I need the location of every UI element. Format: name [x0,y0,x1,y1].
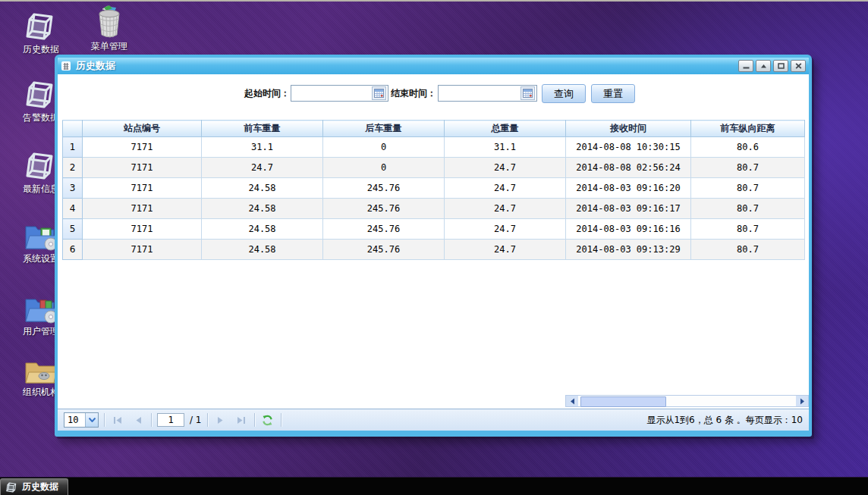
cell: 2014-08-03 09:16:20 [566,178,691,199]
query-button[interactable]: 查询 [542,84,586,103]
grid-window-icon [61,61,71,71]
maximize-icon [778,63,785,69]
pagination-bar: 10 / 1 显示从1到6，总 6 条 。每页显示： [58,409,809,431]
cube-icon [24,150,58,182]
cell: 24.7 [445,199,566,219]
cell: 2014-08-03 09:16:17 [566,199,691,219]
row-number-cell: 6 [63,240,83,260]
cell: 80.7 [691,240,805,260]
cell: 24.7 [202,158,323,178]
cube-icon [24,79,58,111]
reset-button[interactable]: 重置 [591,84,635,103]
end-time-field[interactable] [442,87,520,99]
row-number-cell: 1 [63,137,83,158]
start-time-field[interactable] [294,87,372,99]
calendar-icon[interactable] [520,86,535,100]
separator [104,413,105,427]
taskbar-button-history-data[interactable]: 历史数据 [0,478,68,495]
table-row[interactable]: 4717124.58245.7624.72014-08-03 09:16:178… [63,199,805,219]
minimize-icon [743,63,750,69]
desktop-icon-label: 用户管理 [23,325,59,338]
table-header-row: 站点编号前车重量后车重量总重量接收时间前车纵向距离 [63,121,805,137]
desktop-icon-label: 最新信息 [23,183,59,196]
cell: 31.1 [445,137,566,158]
cell: 80.7 [691,199,805,219]
cell: 80.6 [691,137,805,158]
system-settings-icon [24,221,58,252]
page-number-input[interactable] [157,413,184,427]
scrollbar-thumb[interactable] [580,396,666,407]
cell: 24.7 [445,158,566,178]
organization-folder-icon [24,359,58,385]
column-header-4[interactable]: 总重量 [445,121,566,137]
column-header-6[interactable]: 前车纵向距离 [691,121,805,137]
column-header-1[interactable]: 站点编号 [83,121,202,137]
arrow-left-icon [570,398,575,405]
data-table: 站点编号前车重量后车重量总重量接收时间前车纵向距离 1717131.1031.1… [62,120,805,260]
cell: 245.76 [323,240,445,260]
screen-top-edge [0,0,868,2]
cell: 24.7 [445,240,566,260]
table-row[interactable]: 5717124.58245.7624.72014-08-03 09:16:168… [63,219,805,240]
desktop-icon-2[interactable]: 菜单管理 [85,5,134,53]
maximize-button[interactable] [773,60,788,72]
table-row[interactable]: 1717131.1031.12014-08-08 10:30:1580.6 [63,137,805,158]
scroll-left-button[interactable] [566,396,578,406]
start-time-input[interactable] [291,85,388,102]
close-button[interactable] [791,60,806,72]
prev-page-icon [135,416,142,425]
cell: 2014-08-03 09:16:16 [566,219,691,240]
next-page-button[interactable] [213,412,228,428]
page-size-value: 10 [64,415,85,425]
scroll-right-button[interactable] [796,396,808,406]
last-page-icon [237,416,246,425]
pagination-summary: 显示从1到6，总 6 条 。每页显示：10 [646,414,803,427]
cell: 24.58 [202,199,323,219]
window-titlebar[interactable]: 历史数据 [58,58,809,74]
cell: 245.76 [323,178,445,199]
cell: 80.7 [691,178,805,199]
table-row[interactable]: 2717124.7024.72014-08-08 02:56:2480.7 [63,158,805,178]
separator [254,413,255,427]
column-header-5[interactable]: 接收时间 [566,121,691,137]
cell: 2014-08-08 02:56:24 [566,158,691,178]
history-data-window: 历史数据 起始时间： 结束时间： 查询 重置 站点编号前车重量后车重量总重量 [55,55,812,437]
cell: 7171 [83,219,202,240]
first-page-button[interactable] [110,412,125,428]
table-row[interactable]: 6717124.58245.7624.72014-08-03 09:13:298… [63,240,805,260]
horizontal-scrollbar [565,395,809,407]
cell: 7171 [83,199,202,219]
cell: 24.7 [445,178,566,199]
collapse-up-icon [760,63,767,69]
window-controls [738,60,806,72]
close-icon [795,63,802,69]
column-header-2[interactable]: 前车重量 [202,121,323,137]
refresh-button[interactable] [260,412,275,428]
cube-icon [24,11,58,42]
column-header-3[interactable]: 后车重量 [323,121,445,137]
cell: 7171 [83,137,202,158]
taskbar: 历史数据 [0,477,868,495]
table-body: 1717131.1031.12014-08-08 10:30:1580.6271… [63,137,805,260]
window-title: 历史数据 [76,59,115,73]
end-time-label: 结束时间： [383,85,436,102]
desktop-icon-label: 组织机构 [23,386,59,399]
desktop-icon-label: 菜单管理 [91,40,127,53]
next-page-icon [217,416,224,425]
page-size-select[interactable]: 10 [64,412,99,428]
end-time-input[interactable] [438,85,537,102]
cell: 7171 [83,178,202,199]
minimize-button[interactable] [738,60,753,72]
desktop-icon-1[interactable]: 历史数据 [17,11,65,56]
collapse-button[interactable] [756,60,771,72]
cube-icon [5,481,18,493]
separator [151,413,152,427]
last-page-button[interactable] [234,412,249,428]
taskbar-button-label: 历史数据 [22,481,58,493]
table-row[interactable]: 3717124.58245.7624.72014-08-03 09:16:208… [63,178,805,199]
cell: 0 [323,137,445,158]
separator [281,413,281,427]
row-number-header [63,121,83,137]
prev-page-button[interactable] [131,412,146,428]
cell: 24.7 [445,219,566,240]
